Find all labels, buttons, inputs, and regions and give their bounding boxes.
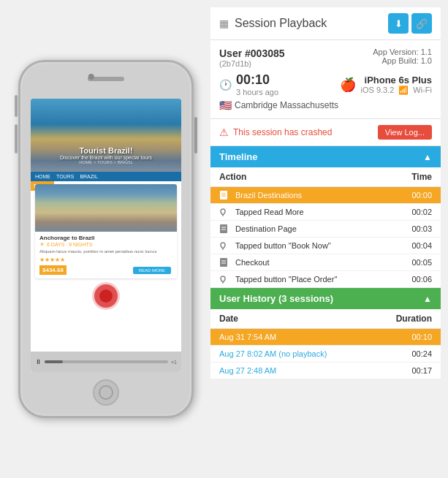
user-history-section: User History (3 sessions) ▲ Date Duratio…	[210, 288, 441, 379]
duration-block: 🕐 00:10 3 hours ago	[219, 72, 278, 96]
device-meta: iOS 9.3.2 📶 Wi-Fi	[360, 86, 432, 95]
apple-icon: 🍎	[340, 77, 356, 93]
clock-icon: 🕐	[219, 79, 232, 91]
read-more-button[interactable]: READ MORE	[133, 267, 171, 274]
page-icon	[219, 224, 231, 233]
col-date-header: Date	[219, 314, 384, 324]
history-date: Aug 27 8:02 AM (no playback)	[219, 349, 384, 358]
crash-left: ⚠ This session has crashed	[219, 126, 332, 138]
row-time-text: 00:03	[399, 224, 432, 233]
tap-icon	[219, 275, 231, 284]
hero-nav: HOME > TOURS > BRAZIL	[31, 160, 181, 164]
crash-message: This session has crashed	[233, 127, 332, 137]
row-time-text: 00:06	[399, 275, 432, 284]
progress-track[interactable]	[45, 360, 168, 363]
playback-bar: ⏸ ×1	[31, 352, 181, 372]
nav-tours: TOURS	[56, 174, 74, 179]
wifi-label: Wi-Fi	[413, 86, 432, 94]
history-table-header: Date Duration	[210, 309, 441, 329]
history-row[interactable]: Aug 27 2:48 AM00:17	[210, 363, 441, 379]
row-time-text: 00:04	[399, 241, 432, 250]
nav-brazil: BRAZIL	[80, 174, 98, 179]
user-sub-id: (2b7d1b)	[219, 59, 285, 68]
history-duration: 00:10	[384, 333, 432, 341]
play-button[interactable]: ⏸	[35, 358, 42, 365]
timeline-row[interactable]: Tapped Read More00:02	[210, 204, 441, 221]
tap-icon	[219, 241, 231, 250]
record-button[interactable]	[92, 282, 120, 310]
phone-frame: Tourist Brazil! Discover the Brazil with…	[18, 60, 194, 418]
phone-mute-button	[15, 95, 18, 117]
hero-text: Tourist Brazil! Discover the Brazil with…	[31, 146, 181, 164]
timeline-row[interactable]: Tapped button "Book Now"00:04	[210, 238, 441, 254]
location-row: 🇺🇸 Cambridge Massachusetts	[219, 99, 432, 111]
history-duration: 00:24	[384, 349, 432, 358]
timeline-row[interactable]: Brazil Destinations00:00	[210, 187, 441, 204]
history-duration: 00:17	[384, 366, 432, 375]
page-icon	[219, 258, 231, 267]
location-text: Cambridge Massachusetts	[235, 100, 338, 110]
history-rows: Aug 31 7:54 AM00:10Aug 27 8:02 AM (no pl…	[210, 329, 441, 379]
download-button[interactable]: ⬇	[388, 13, 409, 34]
home-button[interactable]	[93, 379, 119, 406]
session-panel: ▦ Session Playback ⬇ 🔗 User #003085 (2b7…	[205, 7, 441, 471]
col-time-header: Time	[399, 172, 432, 182]
history-row[interactable]: Aug 31 7:54 AM00:10	[210, 329, 441, 346]
page-icon	[219, 191, 231, 200]
timeline-toggle[interactable]: ▲	[423, 152, 432, 162]
crash-banner: ⚠ This session has crashed View Log...	[210, 119, 441, 146]
film-icon: ▦	[219, 18, 229, 29]
hero-subtitle: Discover the Brazil with our special tou…	[31, 155, 181, 160]
card-body: Anchorage to Brazil ☀ 6 DAYS · 8 NIGHTS …	[35, 232, 177, 278]
history-section-header: User History (3 sessions) ▲	[210, 288, 441, 309]
zoom-label: ×1	[171, 360, 177, 365]
wifi-icon: 📶	[398, 86, 409, 95]
duration-time: 00:10	[236, 72, 278, 88]
view-log-button[interactable]: View Log...	[378, 125, 432, 140]
screen-nav: HOME TOURS BRAZIL	[31, 172, 181, 181]
svg-rect-0	[220, 191, 227, 200]
history-toggle[interactable]: ▲	[423, 294, 432, 304]
col-action-header: Action	[219, 172, 399, 182]
phone-volume-button	[15, 124, 18, 153]
row-action-text: Tapped Read More	[235, 208, 399, 216]
row-action-text: Brazil Destinations	[235, 191, 399, 200]
timeline-row[interactable]: Destination Page00:03	[210, 221, 441, 238]
flag-icon: 🇺🇸	[219, 99, 232, 111]
row-time-text: 00:00	[399, 191, 432, 200]
time-ago: 3 hours ago	[236, 88, 278, 96]
hero-title: Tourist Brazil!	[31, 146, 181, 155]
history-title: User History (3 sessions)	[219, 293, 333, 304]
app-version: App Version: 1.1	[373, 48, 432, 56]
timeline-row[interactable]: Checkout00:05	[210, 254, 441, 271]
timeline-section-header: Timeline ▲	[210, 146, 441, 167]
row-action-text: Destination Page	[235, 224, 399, 233]
device-block: 🍎 iPhone 6s Plus iOS 9.3.2 📶 Wi-Fi	[340, 75, 432, 95]
phone-power-button	[194, 117, 197, 153]
timeline-row[interactable]: Tapped button "Place Order"00:06	[210, 271, 441, 288]
timeline-table: Action Time Brazil Destinations00:00Tapp…	[210, 167, 441, 288]
user-info: User #003085 (2b7d1b) App Version: 1.1 A…	[210, 40, 441, 119]
app-info-block: App Version: 1.1 App Build: 1.0	[373, 48, 432, 68]
history-row[interactable]: Aug 27 8:02 AM (no playback)00:24	[210, 346, 441, 363]
row-time-text: 00:05	[399, 258, 432, 267]
screen-hero: Tourist Brazil! Discover the Brazil with…	[31, 99, 181, 172]
col-duration-header: Duration	[384, 314, 432, 324]
row-action-text: Tapped button "Book Now"	[235, 241, 399, 250]
phone-screen: Tourist Brazil! Discover the Brazil with…	[31, 99, 181, 372]
app-build: App Build: 1.0	[373, 56, 432, 65]
row-time-text: 00:02	[399, 208, 432, 216]
share-button[interactable]: 🔗	[411, 13, 432, 34]
timeline-table-header: Action Time	[210, 167, 441, 187]
crash-icon: ⚠	[219, 126, 229, 138]
user-top-row: User #003085 (2b7d1b) App Version: 1.1 A…	[219, 48, 432, 68]
session-meta: 🕐 00:10 3 hours ago 🍎 iPhone 6s Plus iOS…	[219, 72, 432, 96]
history-table: Date Duration Aug 31 7:54 AM00:10Aug 27 …	[210, 309, 441, 379]
timeline-rows: Brazil Destinations00:00Tapped Read More…	[210, 187, 441, 288]
history-date: Aug 27 2:48 AM	[219, 366, 384, 375]
screen-card: Anchorage to Brazil ☀ 6 DAYS · 8 NIGHTS …	[35, 184, 177, 278]
progress-fill	[45, 360, 63, 363]
device-name: iPhone 6s Plus	[360, 75, 432, 86]
record-inner	[99, 289, 113, 303]
card-price-2: $434.68	[39, 265, 67, 275]
